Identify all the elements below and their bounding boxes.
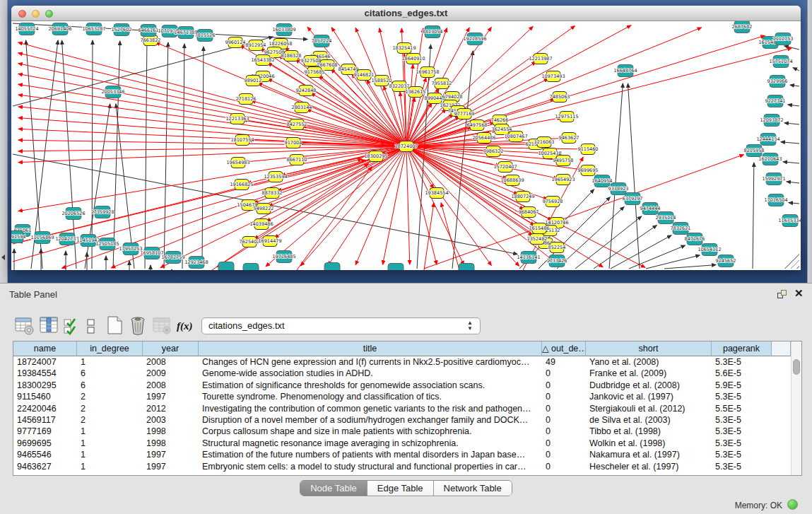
column-header-name[interactable]: name xyxy=(13,341,77,356)
table-cell[interactable]: 6 xyxy=(77,368,143,379)
network-canvas[interactable]: 1872400718300295193845547663822996012489… xyxy=(11,21,801,270)
network-edge-red[interactable] xyxy=(441,203,459,270)
table-cell[interactable]: Changes of HCN gene expression and I(f) … xyxy=(199,356,542,368)
table-cell[interactable]: 0 xyxy=(542,414,586,426)
row-height-icon[interactable] xyxy=(86,318,96,338)
table-cell[interactable]: 9115460 xyxy=(13,391,77,402)
table-row[interactable]: 2242004622012Investigating the contribut… xyxy=(13,403,791,414)
table-cell[interactable]: 5.6E-5 xyxy=(712,368,772,379)
network-edge-black[interactable] xyxy=(787,182,799,183)
network-edge-black[interactable] xyxy=(788,105,799,106)
table-source-dropdown[interactable]: citations_edges.txt ▲▼ xyxy=(201,317,481,334)
table-cell[interactable]: 1 xyxy=(77,426,143,437)
table-cell[interactable]: 49 xyxy=(542,356,586,368)
network-edge-red[interactable] xyxy=(18,146,406,211)
network-edge-red[interactable] xyxy=(406,146,410,264)
network-edge-black[interactable] xyxy=(113,41,120,269)
table-cell[interactable]: 2008 xyxy=(143,380,199,391)
network-edge-red[interactable] xyxy=(406,146,561,267)
scrollbar-thumb[interactable] xyxy=(793,359,800,375)
column-select-icon[interactable] xyxy=(40,316,59,339)
network-graph[interactable]: 1872400718300295193845547663822996012489… xyxy=(11,21,801,270)
network-edge-red[interactable] xyxy=(406,146,491,265)
table-cell[interactable]: 0 xyxy=(542,449,586,460)
results-panel-edge[interactable] xyxy=(807,0,812,283)
table-cell[interactable]: 5.3E-5 xyxy=(712,391,772,402)
network-node[interactable] xyxy=(218,262,234,271)
network-node[interactable] xyxy=(459,264,474,271)
table-settings-icon[interactable] xyxy=(15,316,35,339)
table-cell[interactable]: 18300295 xyxy=(13,380,77,391)
table-cell[interactable]: 19384554 xyxy=(13,368,77,379)
network-edge-black[interactable] xyxy=(164,42,168,269)
network-edge-red[interactable] xyxy=(406,48,792,146)
column-header-title[interactable]: title xyxy=(199,341,542,356)
table-cell[interactable]: 1998 xyxy=(143,438,199,449)
table-cell[interactable]: 0 xyxy=(542,391,586,402)
tab-edge-table[interactable]: Edge Table xyxy=(367,481,434,496)
table-row[interactable]: 1938455462009Genome-wide association stu… xyxy=(13,368,791,379)
table-cell[interactable]: 0 xyxy=(542,368,586,379)
table-cell[interactable]: 18724007 xyxy=(13,356,77,368)
column-header-year[interactable]: year xyxy=(143,341,199,356)
table-cell[interactable]: 5.5E-5 xyxy=(712,403,772,414)
table-cell[interactable]: 1 xyxy=(77,461,143,472)
network-edge-red[interactable] xyxy=(300,146,406,266)
table-cell[interactable]: 6 xyxy=(77,380,143,391)
table-cell[interactable]: 5.3E-5 xyxy=(712,449,772,460)
network-edge-black[interactable] xyxy=(784,123,799,124)
network-edge-black[interactable] xyxy=(629,245,686,269)
table-cell[interactable]: 22420046 xyxy=(13,403,77,414)
table-cell[interactable]: Embryonic stem cells: a model to study s… xyxy=(199,461,542,472)
close-panel-icon[interactable]: ✕ xyxy=(794,287,804,300)
network-edge-red[interactable] xyxy=(268,79,406,146)
network-edge-black[interactable] xyxy=(145,42,147,269)
new-table-icon[interactable] xyxy=(106,316,124,339)
network-edge-black[interactable] xyxy=(790,85,799,86)
table-cell[interactable]: Franke et al. (2009) xyxy=(586,368,712,379)
table-cell[interactable]: 5.3E-5 xyxy=(712,426,772,437)
network-edge-black[interactable] xyxy=(202,47,204,267)
table-cell[interactable]: 5.9E-5 xyxy=(712,380,772,391)
network-edge-red[interactable] xyxy=(13,159,362,244)
table-cell[interactable]: 0 xyxy=(542,380,586,391)
table-row[interactable]: 1830029562008Estimation of significance … xyxy=(13,380,791,391)
column-header-short[interactable]: short xyxy=(586,341,712,356)
table-cell[interactable]: 5.3E-5 xyxy=(712,414,772,426)
network-edge-red[interactable] xyxy=(160,146,406,267)
network-edge-red[interactable] xyxy=(18,129,406,146)
table-cell[interactable]: 2008 xyxy=(143,356,199,368)
network-node[interactable] xyxy=(324,263,340,271)
table-row[interactable]: 977716911998Corpus callosum shape and si… xyxy=(13,426,791,437)
table-cell[interactable]: 5.3E-5 xyxy=(712,438,772,449)
table-row[interactable]: 1456911722003Disruption of a novel membe… xyxy=(13,414,791,426)
network-edge-red[interactable] xyxy=(424,203,434,270)
table-cell[interactable]: Hescheler et al. (1997) xyxy=(586,461,712,472)
table-row[interactable]: 969969511998Structural magnetic resonanc… xyxy=(13,438,791,449)
network-edge-red[interactable] xyxy=(406,28,702,146)
table-cell[interactable]: de Silva et al. (2003) xyxy=(586,414,712,426)
table-cell[interactable]: 1997 xyxy=(143,391,199,402)
column-header-in_degree[interactable]: in_degree xyxy=(77,341,143,356)
control-panel-edge[interactable] xyxy=(0,0,8,283)
table-cell[interactable]: Jankovic et al. (1997) xyxy=(586,391,712,402)
table-cell[interactable]: 2009 xyxy=(143,368,199,379)
table-cell[interactable]: 0 xyxy=(542,426,586,437)
table-cell[interactable]: 9777169 xyxy=(13,426,77,437)
table-cell[interactable]: Dudbridge et al. (2008) xyxy=(586,380,712,391)
window-titlebar[interactable]: citations_edges.txt xyxy=(11,6,801,21)
network-edge-black[interactable] xyxy=(781,142,799,144)
table-cell[interactable]: 2003 xyxy=(143,414,199,426)
table-cell[interactable]: 14569117 xyxy=(13,414,77,426)
table-cell[interactable]: 0 xyxy=(542,461,586,472)
tab-network-table[interactable]: Network Table xyxy=(434,481,512,496)
network-edge-red[interactable] xyxy=(266,146,406,267)
table-cell[interactable]: 2012 xyxy=(143,403,199,414)
network-edge-black[interactable] xyxy=(793,68,799,71)
table-cell[interactable]: Tourette syndrome. Phenomenology and cla… xyxy=(199,391,542,402)
table-cell[interactable]: Estimation of significance thresholds fo… xyxy=(199,380,542,391)
table-cell[interactable]: 5.3E-5 xyxy=(712,461,772,472)
network-edge-black[interactable] xyxy=(609,83,623,269)
network-edge-black[interactable] xyxy=(182,44,184,269)
table-row[interactable]: 946362711997Embryonic stem cells: a mode… xyxy=(13,461,791,472)
